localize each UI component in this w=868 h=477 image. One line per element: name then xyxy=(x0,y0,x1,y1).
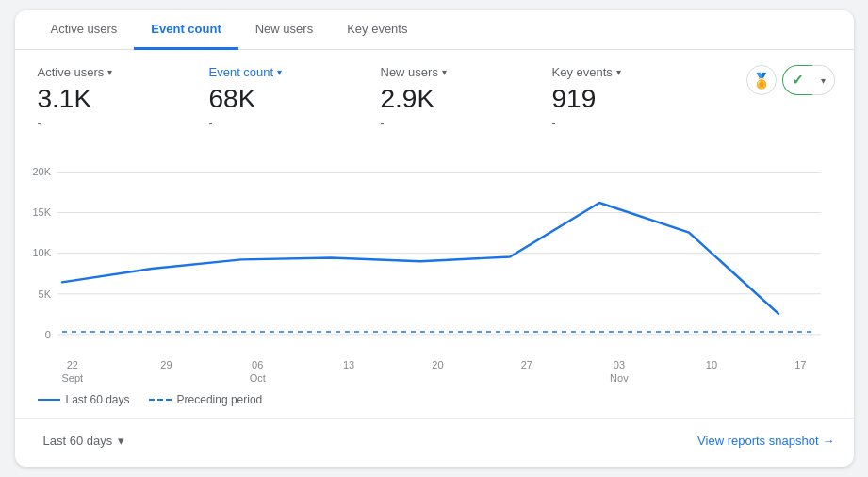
x-label-13: 13 xyxy=(343,358,354,386)
chevron-down-icon-3: ▾ xyxy=(442,67,447,77)
chart-svg: 0 5K 10K 15K 20K xyxy=(15,138,854,354)
metric-new-users-label: New users ▾ xyxy=(381,65,533,79)
chevron-down-icon-2: ▾ xyxy=(277,67,282,77)
arrow-right-icon: → xyxy=(823,434,835,448)
x-label-17: 17 xyxy=(794,358,806,386)
metric-key-events-sub: - xyxy=(552,117,705,130)
x-label-29: 29 xyxy=(160,358,172,386)
x-label-22sept: 22Sept xyxy=(62,358,84,386)
legend-line-dashed xyxy=(149,399,172,401)
legend-dashed-label: Preceding period xyxy=(177,393,263,406)
view-snapshot-label: View reports snapshot xyxy=(697,434,818,448)
trophy-icon-btn[interactable]: 🏅 xyxy=(746,65,777,95)
check-icon: ✓ xyxy=(792,72,804,89)
metric-new-users-sub: - xyxy=(381,117,533,130)
metric-event-count[interactable]: Event count ▾ 68K - xyxy=(209,65,381,130)
check-dropdown-btn[interactable]: ▾ xyxy=(812,65,835,95)
check-group: ✓ ▾ xyxy=(782,65,835,95)
metric-event-count-value: 68K xyxy=(209,83,362,115)
metric-new-users-value: 2.9K xyxy=(381,83,533,115)
metric-active-users[interactable]: Active users ▾ 3.1K - xyxy=(38,65,209,130)
view-snapshot-link[interactable]: View reports snapshot → xyxy=(697,434,834,448)
svg-text:10K: 10K xyxy=(32,248,51,259)
x-label-20: 20 xyxy=(432,358,443,386)
metrics-inner: Active users ▾ 3.1K - Event count ▾ 68K … xyxy=(15,50,746,138)
x-label-27: 27 xyxy=(521,358,532,386)
chevron-down-icon-6: ▾ xyxy=(118,434,124,448)
metric-event-count-label: Event count ▾ xyxy=(209,65,362,79)
tabs-bar: Active users Event count New users Key e… xyxy=(15,10,854,50)
legend-item-dashed: Preceding period xyxy=(149,393,263,406)
metric-event-count-sub: - xyxy=(209,117,362,130)
legend-row: Last 60 days Preceding period xyxy=(15,386,854,418)
x-label-03nov: 03Nov xyxy=(610,358,629,386)
metric-new-users[interactable]: New users ▾ 2.9K - xyxy=(381,65,552,130)
metric-key-events-label: Key events ▾ xyxy=(552,65,705,79)
svg-text:0: 0 xyxy=(44,329,50,340)
tab-key-events[interactable]: Key events xyxy=(330,10,424,50)
check-icon-btn[interactable]: ✓ xyxy=(782,65,812,95)
tab-active-users[interactable]: Active users xyxy=(34,10,135,50)
chevron-down-icon: ▾ xyxy=(107,67,112,77)
tab-event-count[interactable]: Event count xyxy=(134,10,237,50)
metric-key-events[interactable]: Key events ▾ 919 - xyxy=(552,65,724,130)
metric-key-events-value: 919 xyxy=(552,83,705,115)
x-label-10: 10 xyxy=(706,358,717,386)
svg-text:20K: 20K xyxy=(32,166,51,177)
chevron-down-icon-4: ▾ xyxy=(616,67,621,77)
x-axis-labels: 22Sept 29 06Oct 13 20 27 03Nov 10 17 xyxy=(15,354,854,386)
analytics-card: Active users Event count New users Key e… xyxy=(15,10,854,466)
date-range-btn[interactable]: Last 60 days ▾ xyxy=(34,428,135,453)
trophy-icon: 🏅 xyxy=(752,72,771,90)
metric-active-users-label: Active users ▾ xyxy=(38,65,190,79)
metric-active-users-sub: - xyxy=(38,117,190,130)
legend-item-solid: Last 60 days xyxy=(38,393,130,406)
x-label-06oct: 06Oct xyxy=(250,358,266,386)
chart-container: 0 5K 10K 15K 20K xyxy=(15,138,854,354)
chevron-down-icon-5: ▾ xyxy=(821,75,826,86)
date-range-label: Last 60 days xyxy=(43,434,113,448)
footer-row: Last 60 days ▾ View reports snapshot → xyxy=(15,418,854,467)
svg-text:5K: 5K xyxy=(38,288,51,300)
legend-solid-label: Last 60 days xyxy=(66,393,130,406)
legend-line-solid xyxy=(38,399,60,401)
tab-new-users[interactable]: New users xyxy=(238,10,330,50)
metric-active-users-value: 3.1K xyxy=(38,83,190,115)
svg-text:15K: 15K xyxy=(32,207,51,219)
metrics-top: Active users ▾ 3.1K - Event count ▾ 68K … xyxy=(15,50,854,138)
